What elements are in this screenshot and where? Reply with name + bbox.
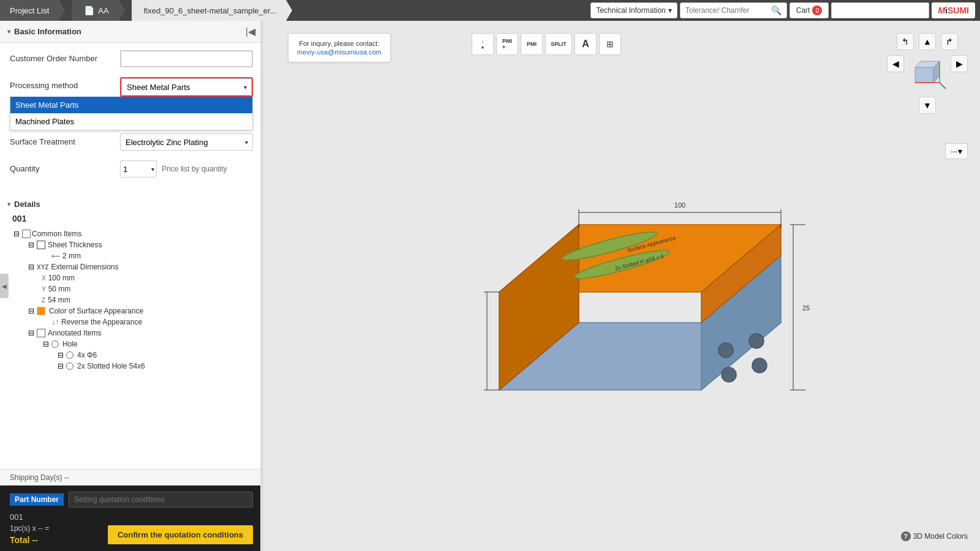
tree-node-ext-dims[interactable]: ⊟ XYZ External Dimensions (27, 261, 255, 272)
basic-info-header[interactable]: ▾ Basic Information |◀ (0, 21, 263, 43)
tree-expand-common[interactable]: ⊟ (12, 230, 21, 238)
toolbar-pmi-button[interactable]: PMI (521, 33, 543, 55)
tree-expand-color[interactable]: ⊟ (27, 307, 36, 315)
surface-treatment-label: Surface Treatment (10, 133, 120, 146)
toolbar-pmi-plus-button[interactable]: PMI+ (496, 33, 518, 55)
toolbar-split-button[interactable]: SPLIT (545, 33, 572, 55)
surface-treatment-select[interactable]: Electrolytic Zinc Plating (120, 133, 253, 151)
tree-label-dim-x: 100 mm (48, 274, 75, 282)
tree-node-thickness-val[interactable]: ⟵ 2 mm (42, 250, 255, 261)
view-down-button[interactable]: ▼ (919, 97, 936, 114)
more-options-button[interactable]: ···▾ (945, 143, 968, 159)
quantity-select-wrapper: 1 ▾ (120, 160, 157, 178)
model-colors-label[interactable]: ? 3D Model Colors (901, 531, 968, 541)
tree-node-4x-phi6[interactable]: ⊟ 4x Φ6 (56, 350, 255, 361)
customer-order-input[interactable] (120, 50, 253, 67)
nav-right-area: Technical Information ▾ 🔍 Cart 0 MiSUMI (590, 2, 980, 18)
empty-input[interactable] (831, 2, 929, 18)
rotate-right-button[interactable]: ↱ (941, 33, 958, 50)
quantity-control-row: 1 ▾ Price list by quantity (120, 160, 253, 178)
tech-info-button[interactable]: Technical Information ▾ (590, 2, 677, 18)
tree-expand-4x[interactable]: ⊟ (56, 351, 65, 359)
processing-method-select-wrapper: Sheet Metal Parts Machined Plates ▾ (120, 77, 253, 97)
tree-expand-slotted[interactable]: ⊟ (56, 362, 65, 370)
part-number-input[interactable] (69, 492, 253, 508)
tree-node-reverse[interactable]: ↓↑ Reverse the Appearance (42, 317, 255, 328)
panel-collapse-button[interactable]: ◀ (0, 274, 9, 298)
tree-label-dim-z: 54 mm (48, 296, 70, 304)
svg-point-13 (718, 343, 733, 358)
search-icon[interactable]: 🔍 (771, 6, 782, 15)
tree-sub-color: ⊟ Color of Surface Appearance ↓↑ Reverse… (27, 305, 255, 328)
search-box[interactable]: 🔍 (680, 2, 787, 18)
cart-button[interactable]: Cart 0 (790, 2, 829, 18)
form-section: Customer Order Number Processing method … (0, 43, 263, 195)
quantity-label: Quantity (10, 160, 120, 173)
tree-node-annotated[interactable]: ⊟ Annotated Items (27, 328, 255, 339)
tree-sub-hole: ⊟ Hole ⊟ 4x Φ6 (42, 339, 255, 372)
reverse-icon: ↓↑ (51, 318, 59, 326)
folder-icon-sheet (37, 241, 45, 249)
tree-sub-dim-x: X 100 mm Y 50 mm Z 54 mm (42, 272, 255, 305)
grid-icon: ⊞ (606, 39, 614, 49)
tree-node-sheet-thickness[interactable]: ⊟ Sheet Thickness (27, 239, 255, 250)
nav-aa[interactable]: 📄 AA (72, 0, 119, 21)
tree-label-slotted: 2x Slotted Hole 54x6 (77, 362, 145, 370)
customer-order-control (120, 50, 253, 67)
tree-label-sheet: Sheet Thickness (48, 241, 102, 249)
tree-node-slotted[interactable]: ⊟ 2x Slotted Hole 54x6 (56, 361, 255, 372)
tree-node-dim-x[interactable]: X 100 mm (42, 272, 255, 283)
cube-nav-svg (909, 55, 946, 92)
processing-method-dropdown-popup: Sheet Metal Parts Machined Plates (10, 97, 253, 130)
tree-label-4x-phi6: 4x Φ6 (77, 351, 97, 359)
nav-aa-label: AA (98, 6, 108, 15)
tree-expand-sheet[interactable]: ⊟ (27, 241, 36, 249)
tree-expand-hole[interactable]: ⊟ (42, 340, 50, 348)
panel-resize-handle[interactable] (260, 21, 263, 551)
y-axis-icon: Y (42, 286, 46, 293)
cube-navigation[interactable] (909, 55, 946, 92)
toolbar-grid-button[interactable]: ⊞ (599, 33, 621, 55)
confirm-quotation-button[interactable]: Confirm the quotation conditions (108, 525, 253, 544)
details-header[interactable]: ▾ Details (7, 195, 255, 214)
dropdown-item-sheet-metal[interactable]: Sheet Metal Parts (10, 97, 252, 113)
view-rotate-row: ↰ ▲ ↱ (897, 33, 958, 50)
toolbar-icons: ↓▲ PMI+ PMI SPLIT A ⊞ (472, 33, 621, 55)
nav-project-list[interactable]: Project List (0, 0, 59, 21)
inquiry-box: For inquiry, please contact: meviy-usa@m… (288, 33, 391, 62)
tree-label-hole: Hole (62, 340, 78, 348)
toolbar-text-button[interactable]: A (575, 33, 597, 55)
customer-order-label: Customer Order Number (10, 50, 120, 63)
svg-text:25: 25 (802, 304, 810, 312)
nav-file-label: fixed_90_6_sheet-metal_sample_er... (144, 6, 277, 15)
inquiry-email-link[interactable]: meviy-usa@misumiusa.com (297, 48, 382, 56)
processing-method-label: Processing method (10, 77, 120, 90)
tree-sub-ext-dims: ⊟ XYZ External Dimensions X 100 mm Y (27, 261, 255, 305)
details-label: Details (14, 200, 40, 209)
tree-node-hole[interactable]: ⊟ Hole (42, 339, 255, 350)
tree-node-common-items[interactable]: ⊟ Common Items (12, 228, 255, 239)
tech-info-chevron-icon: ▾ (668, 6, 672, 15)
tree-node-dim-z[interactable]: Z 54 mm (42, 294, 255, 305)
tech-info-label: Technical Information (596, 6, 665, 15)
view-right-button[interactable]: ▶ (951, 55, 968, 72)
tree-expand-annotated[interactable]: ⊟ (27, 329, 36, 337)
customer-order-row: Customer Order Number (10, 50, 253, 67)
panel-close-icon[interactable]: |◀ (246, 26, 255, 37)
tree-expand-ext[interactable]: ⊟ (27, 263, 36, 271)
rotate-left-button[interactable]: ↰ (897, 33, 914, 50)
tree-node-dim-y[interactable]: Y 50 mm (42, 283, 255, 294)
tree-node-color[interactable]: ⊟ Color of Surface Appearance (27, 305, 255, 317)
details-collapse-icon: ▾ (7, 201, 10, 208)
quantity-select[interactable]: 1 (120, 160, 157, 178)
part-price-row: 1pc(s) x -- = Total -- Confirm the quota… (10, 524, 253, 545)
dropdown-item-machined-plates[interactable]: Machined Plates (10, 113, 252, 130)
toolbar-down-arrow-button[interactable]: ↓▲ (472, 33, 494, 55)
pmi-icon: PMI (527, 41, 537, 47)
nav-file[interactable]: fixed_90_6_sheet-metal_sample_er... (132, 0, 287, 21)
price-list-link[interactable]: Price list by quantity (162, 165, 227, 173)
view-up-button[interactable]: ▲ (919, 33, 936, 50)
tree-label-common: Common Items (32, 230, 81, 238)
processing-method-select[interactable]: Sheet Metal Parts Machined Plates (121, 78, 252, 96)
search-input[interactable] (685, 6, 771, 15)
